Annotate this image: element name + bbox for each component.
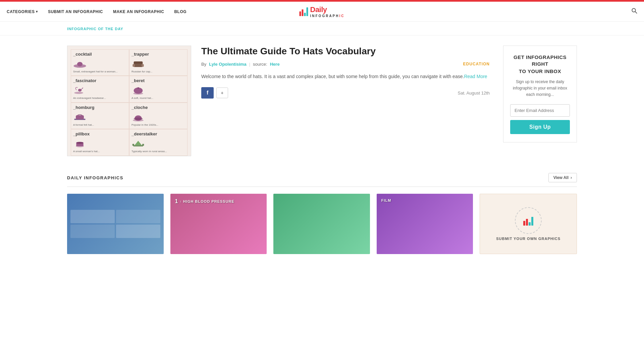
svg-point-17 — [134, 117, 143, 120]
hat-item: _cloche Popular in the 1920s... — [129, 103, 187, 129]
infographic-image[interactable]: _cocktail Small, extravagant hat for a w… — [67, 46, 191, 156]
nav-submit[interactable]: SUBMIT AN INFOGRAPHIC — [48, 9, 103, 14]
thumbnails-row: 1↑ HIGH BLOOD PRESSURE FILM SU — [67, 194, 577, 254]
svg-point-8 — [74, 92, 83, 94]
arrow-right-icon: › — [571, 175, 572, 180]
logo-text: Daily — [310, 5, 345, 14]
hat-item: _fascinator An extravagant headwear... — [71, 76, 129, 102]
daily-section-title: DAILY INFOGRAPHICS — [67, 175, 123, 180]
hat-item: _beanie Also known as skull caps... — [71, 156, 129, 156]
daily-section: DAILY INFOGRAPHICS View All › 1↑ HIGH BL… — [0, 166, 644, 264]
submit-text: SUBMIT YOUR OWN GRAPHICS — [496, 237, 560, 241]
read-more-link[interactable]: Read More — [464, 74, 487, 79]
hat-item: _homburg A formal felt hat... — [71, 103, 129, 129]
nav-right — [631, 8, 637, 15]
breadcrumb-text: INFOGRAPHIC OF THE DAY — [67, 27, 123, 31]
nav-blog[interactable]: BLOG — [174, 9, 186, 14]
svg-rect-5 — [132, 64, 135, 67]
svg-rect-6 — [142, 64, 144, 67]
hat-item: _beret A soft, round hat... — [129, 76, 187, 102]
source-label: source: — [253, 62, 267, 67]
daily-header: DAILY INFOGRAPHICS View All › — [67, 173, 577, 187]
plus-button[interactable]: + — [216, 87, 228, 98]
submit-circle — [515, 207, 542, 234]
email-input[interactable] — [510, 104, 570, 117]
source-link[interactable]: Here — [270, 62, 280, 67]
hat-item: _pillbox A small woman's hat... — [71, 129, 129, 156]
logo-icon — [300, 7, 308, 16]
article-section: _cocktail Small, extravagant hat for a w… — [67, 46, 490, 156]
facebook-button[interactable]: f — [201, 87, 214, 99]
thumbnail-card-1[interactable] — [67, 194, 164, 254]
nav-make[interactable]: MAKE AN INFOGRAPHIC — [113, 9, 164, 14]
hat-item: _deerstalker Typically worn in rural are… — [129, 129, 187, 156]
breadcrumb: INFOGRAPHIC OF THE DAY — [0, 22, 644, 36]
main-content: _cocktail Small, extravagant hat for a w… — [0, 36, 644, 166]
svg-marker-22 — [135, 141, 142, 145]
category-badge: EDUCATION — [463, 62, 490, 66]
sidebar-subtitle: TO YOUR INBOX — [510, 68, 570, 74]
thumbnail-card-4[interactable]: FILM — [377, 194, 473, 254]
svg-point-12 — [138, 87, 139, 89]
sidebar-box: GET INFOGRAPHICS RIGHT TO YOUR INBOX Sig… — [503, 46, 577, 142]
sidebar-description: Sign up to receive the daily infographic… — [510, 79, 570, 98]
nav-categories[interactable]: CATEGORIES ▾ — [7, 9, 38, 14]
social-bar: f + Sat. August 12th — [201, 87, 490, 99]
author-prefix: By — [201, 62, 206, 67]
chevron-down-icon: ▾ — [36, 10, 38, 13]
svg-rect-21 — [133, 145, 143, 146]
article-text: The Ultimate Guide To Hats Vocabulary By… — [201, 46, 490, 156]
svg-rect-24 — [142, 144, 144, 146]
article-body: Welcome to the world of hats. It is a va… — [201, 73, 490, 81]
svg-rect-14 — [76, 115, 84, 119]
svg-point-20 — [76, 142, 83, 144]
svg-point-3 — [77, 62, 83, 66]
logo[interactable]: Daily INFOGRAPHIC — [300, 5, 345, 18]
search-button[interactable] — [631, 8, 637, 15]
view-all-button[interactable]: View All › — [548, 173, 577, 182]
article-meta: By Lyle Opolentisima | source: Here EDUC… — [201, 62, 490, 67]
thumbnail-card-3[interactable] — [273, 194, 370, 254]
signup-button[interactable]: Sign Up — [510, 120, 570, 134]
article-date: Sat. August 12th — [458, 90, 490, 96]
facebook-icon: f — [207, 90, 208, 96]
hat-item: _boater A formal summer hat... — [129, 156, 187, 156]
nav-left: CATEGORIES ▾ SUBMIT AN INFOGRAPHIC MAKE … — [7, 9, 186, 14]
thumbnail-card-2[interactable]: 1↑ HIGH BLOOD PRESSURE — [170, 194, 267, 254]
svg-point-9 — [78, 89, 82, 92]
hat-item: _cocktail Small, extravagant hat for a w… — [71, 49, 129, 76]
submit-card[interactable]: SUBMIT YOUR OWN GRAPHICS — [480, 194, 577, 254]
article-title: The Ultimate Guide To Hats Vocabulary — [201, 46, 490, 57]
hat-grid: _cocktail Small, extravagant hat for a w… — [67, 46, 191, 156]
hat-item: _trapper Russian fur cap... — [129, 49, 187, 76]
logo-subtext: INFOGRAPHIC — [310, 14, 345, 18]
sidebar-title: GET INFOGRAPHICS RIGHT — [510, 54, 570, 67]
sidebar: GET INFOGRAPHICS RIGHT TO YOUR INBOX Sig… — [503, 46, 577, 156]
navbar: CATEGORIES ▾ SUBMIT AN INFOGRAPHIC MAKE … — [0, 2, 644, 22]
svg-rect-7 — [134, 61, 143, 64]
svg-line-1 — [635, 12, 637, 13]
author-link[interactable]: Lyle Opolentisima — [209, 62, 247, 67]
svg-rect-23 — [132, 144, 134, 146]
